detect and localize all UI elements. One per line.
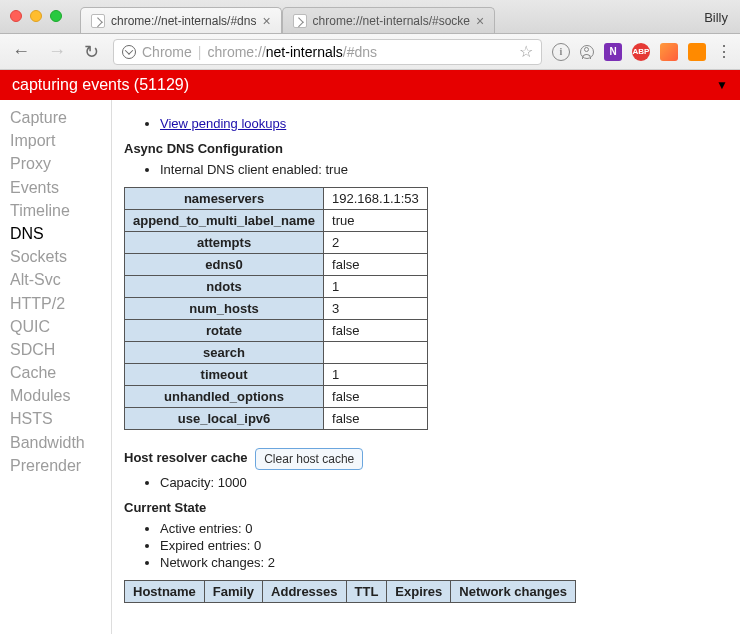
config-value: false [324, 320, 428, 342]
state-column-header: Family [204, 581, 262, 603]
config-key: unhandled_options [125, 386, 324, 408]
config-row: unhandled_optionsfalse [125, 386, 428, 408]
sidebar-item-capture[interactable]: Capture [10, 106, 111, 129]
config-row: edns0false [125, 254, 428, 276]
state-bullet: Expired entries: 0 [160, 538, 724, 553]
state-column-header: Addresses [263, 581, 346, 603]
tab-close-icon[interactable]: × [470, 16, 484, 26]
main-area: CaptureImportProxyEventsTimelineDNSSocke… [0, 100, 740, 634]
state-column-header: Expires [387, 581, 451, 603]
sidebar-item-events[interactable]: Events [10, 176, 111, 199]
tab-strip: chrome://net-internals/#dns×chrome://net… [0, 0, 740, 34]
content-panel: View pending lookups Async DNS Configura… [112, 100, 740, 634]
config-row: rotatefalse [125, 320, 428, 342]
current-state-table: HostnameFamilyAddressesTTLExpiresNetwork… [124, 580, 576, 603]
sidebar-item-sdch[interactable]: SDCH [10, 338, 111, 361]
capture-banner[interactable]: capturing events (51129) ▼ [0, 70, 740, 100]
window-close-button[interactable] [10, 10, 22, 22]
config-value: true [324, 210, 428, 232]
config-value: false [324, 408, 428, 430]
config-row: timeout1 [125, 364, 428, 386]
browser-menu-icon[interactable]: ⋮ [716, 49, 732, 55]
sidebar-item-cache[interactable]: Cache [10, 361, 111, 384]
internal-dns-line: Internal DNS client enabled: true [160, 162, 724, 177]
tab-favicon [91, 14, 105, 28]
reload-button[interactable]: ↻ [80, 39, 103, 65]
info-icon[interactable]: i [552, 43, 570, 61]
config-key: nameservers [125, 188, 324, 210]
clear-host-cache-button[interactable]: Clear host cache [255, 448, 363, 470]
tab-title: chrome://net-internals/#dns [111, 14, 256, 28]
sidebar-item-bandwidth[interactable]: Bandwidth [10, 431, 111, 454]
view-pending-lookups-link[interactable]: View pending lookups [160, 116, 286, 131]
state-bullet: Active entries: 0 [160, 521, 724, 536]
sidebar: CaptureImportProxyEventsTimelineDNSSocke… [0, 100, 112, 634]
extension-icons: i N ABP ⋮ [552, 43, 732, 61]
extension-orange2-icon[interactable] [688, 43, 706, 61]
browser-tab[interactable]: chrome://net-internals/#dns× [80, 7, 282, 33]
capture-banner-text: capturing events (51129) [12, 76, 189, 94]
extension-orange1-icon[interactable] [660, 43, 678, 61]
browser-tab[interactable]: chrome://net-internals/#socke× [282, 7, 496, 33]
url-part-grey: chrome:// [207, 44, 265, 60]
config-key: attempts [125, 232, 324, 254]
config-key: timeout [125, 364, 324, 386]
browser-tabs: chrome://net-internals/#dns×chrome://net… [80, 7, 495, 33]
extension-abp-icon[interactable]: ABP [632, 43, 650, 61]
url-part-path: /#dns [343, 44, 377, 60]
config-value [324, 342, 428, 364]
capacity-line: Capacity: 1000 [160, 475, 724, 490]
config-row: ndots1 [125, 276, 428, 298]
url-scheme-label: Chrome [142, 44, 192, 60]
tab-favicon [293, 14, 307, 28]
current-state-heading: Current State [124, 500, 724, 515]
window-minimize-button[interactable] [30, 10, 42, 22]
config-key: num_hosts [125, 298, 324, 320]
sidebar-item-alt-svc[interactable]: Alt-Svc [10, 268, 111, 291]
tab-title: chrome://net-internals/#socke [313, 14, 470, 28]
config-row: use_local_ipv6false [125, 408, 428, 430]
sidebar-item-prerender[interactable]: Prerender [10, 454, 111, 477]
sidebar-item-timeline[interactable]: Timeline [10, 199, 111, 222]
config-row: nameservers192.168.1.1:53 [125, 188, 428, 210]
dns-config-table: nameservers192.168.1.1:53append_to_multi… [124, 187, 428, 430]
config-row: num_hosts3 [125, 298, 428, 320]
config-value: 1 [324, 364, 428, 386]
profile-name[interactable]: Billy [704, 10, 728, 25]
config-value: 1 [324, 276, 428, 298]
sidebar-item-proxy[interactable]: Proxy [10, 152, 111, 175]
site-info-icon[interactable] [122, 45, 136, 59]
config-key: use_local_ipv6 [125, 408, 324, 430]
config-key: ndots [125, 276, 324, 298]
address-bar[interactable]: Chrome | chrome://net-internals/#dns ☆ [113, 39, 542, 65]
async-dns-heading: Async DNS Configuration [124, 141, 724, 156]
bookmark-star-icon[interactable]: ☆ [519, 42, 533, 61]
url-part-host: net-internals [266, 44, 343, 60]
config-row: append_to_multi_label_nametrue [125, 210, 428, 232]
window-zoom-button[interactable] [50, 10, 62, 22]
config-key: append_to_multi_label_name [125, 210, 324, 232]
back-button[interactable]: ← [8, 39, 34, 64]
sidebar-item-http-2[interactable]: HTTP/2 [10, 292, 111, 315]
tab-close-icon[interactable]: × [256, 16, 270, 26]
sidebar-item-import[interactable]: Import [10, 129, 111, 152]
config-value: false [324, 254, 428, 276]
config-row: attempts2 [125, 232, 428, 254]
config-value: 2 [324, 232, 428, 254]
config-key: rotate [125, 320, 324, 342]
traffic-lights [10, 10, 62, 22]
profile-icon[interactable] [580, 45, 594, 59]
sidebar-item-hsts[interactable]: HSTS [10, 407, 111, 430]
resolver-cache-heading: Host resolver cache [124, 450, 248, 465]
sidebar-item-sockets[interactable]: Sockets [10, 245, 111, 268]
sidebar-item-quic[interactable]: QUIC [10, 315, 111, 338]
forward-button[interactable]: → [44, 39, 70, 64]
state-column-header: Network changes [451, 581, 576, 603]
sidebar-item-dns[interactable]: DNS [10, 222, 111, 245]
banner-dropdown-icon[interactable]: ▼ [716, 78, 728, 92]
config-key: edns0 [125, 254, 324, 276]
sidebar-item-modules[interactable]: Modules [10, 384, 111, 407]
state-column-header: Hostname [125, 581, 205, 603]
config-value: false [324, 386, 428, 408]
extension-onenote-icon[interactable]: N [604, 43, 622, 61]
